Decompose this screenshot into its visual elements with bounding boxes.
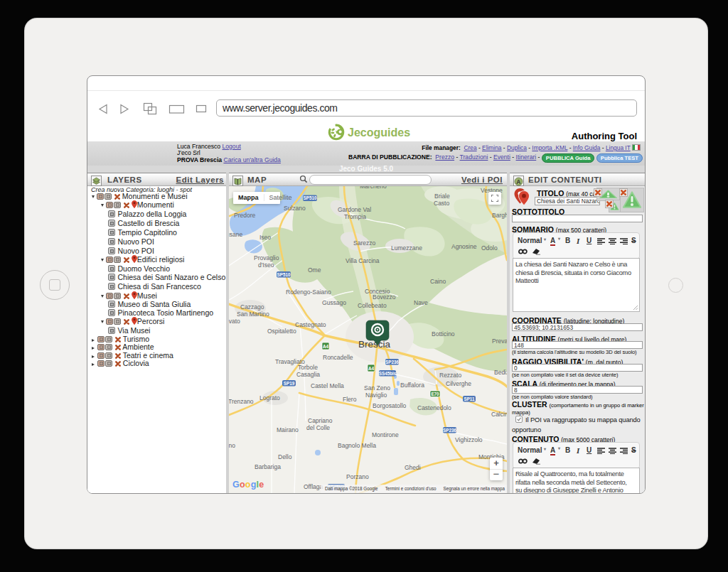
svg-text:Caino: Caino — [430, 278, 446, 285]
svg-text:Borgosatollo: Borgosatollo — [373, 402, 407, 409]
svg-text:SP19: SP19 — [284, 381, 295, 386]
svg-text:Sulzano: Sulzano — [284, 205, 306, 212]
svg-text:Castenedolo: Castenedolo — [417, 404, 451, 411]
svg-text:Barbariga: Barbariga — [255, 463, 281, 470]
svg-text:Barghe: Barghe — [492, 212, 507, 219]
svg-text:Casaglia: Casaglia — [296, 371, 320, 378]
svg-text:Rezzato: Rezzato — [439, 372, 461, 379]
svg-text:Dello: Dello — [278, 453, 292, 460]
svg-text:SP11: SP11 — [464, 396, 475, 401]
svg-text:Marcheno: Marcheno — [360, 186, 387, 190]
svg-text:E70: E70 — [431, 392, 439, 396]
svg-text:d'Iseo: d'Iseo — [258, 261, 274, 269]
svg-text:Naviglio: Naviglio — [365, 392, 387, 399]
svg-text:SP236: SP236 — [443, 428, 456, 433]
svg-text:Ospitaletto: Ospitaletto — [267, 328, 296, 335]
svg-text:Torbole: Torbole — [298, 364, 318, 371]
svg-text:Calcina: Calcina — [491, 411, 507, 418]
svg-text:Provaglio: Provaglio — [254, 254, 279, 261]
svg-text:Flero: Flero — [343, 396, 357, 403]
svg-text:Rodengo-Saiano: Rodengo-Saiano — [286, 288, 331, 296]
svg-text:A4: A4 — [323, 344, 329, 349]
svg-text:Vighizzolo: Vighizzolo — [455, 436, 483, 443]
svg-text:Trenzano: Trenzano — [229, 398, 254, 405]
svg-text:Bagnolo Mella: Bagnolo Mella — [338, 442, 376, 449]
svg-text:SS45bis: SS45bis — [379, 371, 397, 376]
svg-text:Jecoguides: Jecoguides — [348, 126, 410, 139]
svg-text:Trompia: Trompia — [344, 213, 366, 220]
svg-text:Villa Carcina: Villa Carcina — [346, 257, 380, 264]
svg-text:Lograto: Lograto — [259, 394, 280, 401]
svg-text:Botticino: Botticino — [432, 330, 455, 338]
svg-text:SP236: SP236 — [385, 360, 399, 365]
svg-text:SP510: SP510 — [304, 195, 317, 200]
svg-text:Ome: Ome — [308, 266, 321, 274]
svg-text:del Colle: del Colle — [306, 424, 330, 431]
svg-text:Buffalora: Buffalora — [400, 382, 424, 389]
svg-text:Castegnato: Castegnato — [295, 321, 326, 328]
svg-text:ovato: ovato — [229, 318, 240, 325]
svg-text:SP510: SP510 — [277, 272, 291, 277]
svg-text:Bediz: Bediz — [494, 369, 507, 376]
svg-text:Castel Mella: Castel Mella — [311, 382, 344, 389]
svg-text:A4: A4 — [368, 366, 375, 371]
svg-text:Capriano: Capriano — [308, 417, 333, 424]
svg-text:iano: iano — [229, 442, 235, 449]
svg-text:Montirone: Montirone — [372, 431, 399, 438]
svg-text:Predore: Predore — [234, 212, 256, 219]
svg-text:San Zeno: San Zeno — [364, 384, 390, 392]
svg-text:Lumezzane: Lumezzane — [391, 244, 422, 252]
svg-text:Ghedi: Ghedi — [405, 464, 421, 471]
svg-text:Bovezzo: Bovezzo — [373, 293, 396, 301]
svg-text:Briale: Briale — [434, 193, 450, 200]
svg-text:Iseo: Iseo — [259, 234, 271, 241]
svg-text:Casto: Casto — [434, 200, 449, 207]
svg-text:usane: usane — [229, 231, 242, 238]
svg-text:Gussago: Gussago — [322, 299, 346, 306]
svg-text:Gardone Val: Gardone Val — [338, 206, 371, 213]
svg-text:Sarezzo: Sarezzo — [353, 239, 375, 247]
svg-text:Mairano: Mairano — [277, 426, 299, 433]
svg-text:Agnosine: Agnosine — [451, 243, 477, 250]
svg-text:Porzano: Porzano — [346, 473, 369, 480]
svg-text:Preval: Preval — [492, 338, 507, 345]
svg-text:Roncadelle: Roncadelle — [323, 354, 353, 361]
svg-text:Cilverghe: Cilverghe — [446, 380, 471, 387]
svg-text:Odolo: Odolo — [481, 244, 498, 252]
svg-text:San Martino: San Martino — [237, 311, 269, 318]
svg-text:Cazzago: Cazzago — [240, 303, 264, 311]
svg-text:Nave: Nave — [414, 299, 428, 306]
svg-text:Collebeato: Collebeato — [358, 302, 387, 309]
